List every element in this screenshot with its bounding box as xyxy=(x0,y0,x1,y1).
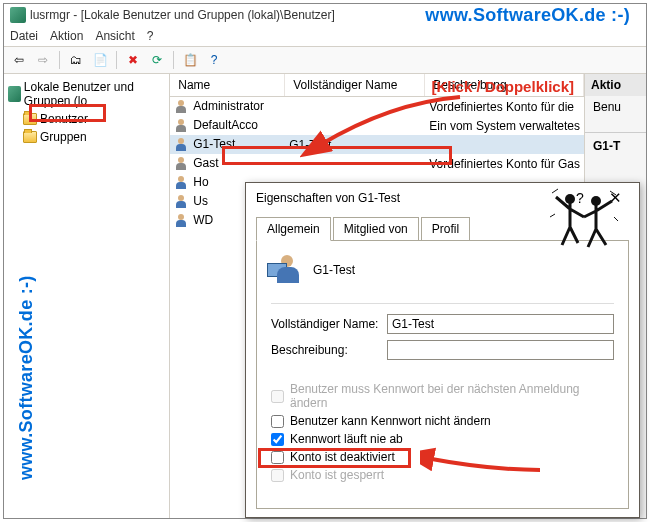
toolbar: ⇦ ⇨ 🗂 📄 ✖ ⟳ 📋 ? xyxy=(4,46,646,74)
cell-name: Us xyxy=(193,194,208,208)
cell-name: Gast xyxy=(193,156,218,170)
table-row[interactable]: GastVordefiniertes Konto für Gas xyxy=(170,154,584,173)
table-row[interactable]: AdministratorVordefiniertes Konto für di… xyxy=(170,97,584,116)
cell-desc: Vordefiniertes Konto für Gas xyxy=(425,157,584,171)
chk-deactivated-label: Konto ist deaktiviert xyxy=(290,450,395,464)
cell-desc: Vordefiniertes Konto für die xyxy=(425,100,584,114)
user-icon xyxy=(174,118,190,134)
chk-must-change xyxy=(271,390,284,403)
user-icon xyxy=(174,175,190,191)
svg-line-3 xyxy=(610,191,616,195)
delete-button[interactable]: ✖ xyxy=(122,49,144,71)
up-button[interactable]: 🗂 xyxy=(65,49,87,71)
menu-bar: Datei Aktion Ansicht ? xyxy=(4,26,646,46)
chk-cannot-change[interactable] xyxy=(271,415,284,428)
chk-cannot-change-row[interactable]: Benutzer kann Kennwort nicht ändern xyxy=(271,414,614,428)
desc-input[interactable] xyxy=(387,340,614,360)
chk-locked xyxy=(271,469,284,482)
watermark-side: www.SoftwareOK.de :-) xyxy=(16,275,37,480)
cell-desc: Ein vom System verwaltetes xyxy=(425,119,584,133)
cell-name: Administrator xyxy=(193,99,264,113)
tab-allgemein[interactable]: Allgemein xyxy=(256,217,331,241)
svg-point-0 xyxy=(565,194,575,204)
help-button[interactable]: ? xyxy=(203,49,225,71)
export-button[interactable]: 📋 xyxy=(179,49,201,71)
folder-icon xyxy=(23,131,37,143)
tree-root[interactable]: Lokale Benutzer und Gruppen (lo xyxy=(6,78,167,110)
tree-root-icon xyxy=(8,86,21,102)
cell-name: WD xyxy=(193,213,213,227)
menu-help[interactable]: ? xyxy=(147,29,154,43)
tree-label-benutzer: Benutzer xyxy=(40,112,88,126)
tree-root-label: Lokale Benutzer und Gruppen (lo xyxy=(24,80,165,108)
annotation-klick: [Klick / Doppelklick] xyxy=(431,78,574,95)
chk-deactivated[interactable] xyxy=(271,451,284,464)
menu-datei[interactable]: Datei xyxy=(10,29,38,43)
folder-icon xyxy=(23,113,37,125)
user-icon xyxy=(174,213,190,229)
dialog-username: G1-Test xyxy=(313,263,355,277)
cell-name: G1-Test xyxy=(193,137,235,151)
user-icon xyxy=(271,253,305,287)
user-icon xyxy=(174,194,190,210)
svg-line-4 xyxy=(550,214,555,217)
svg-line-2 xyxy=(552,189,558,193)
tree-item-gruppen[interactable]: Gruppen xyxy=(20,128,167,146)
watermark-top: www.SoftwareOK.de :-) xyxy=(425,5,630,26)
forward-button[interactable]: ⇨ xyxy=(32,49,54,71)
user-icon xyxy=(174,156,190,172)
refresh-button[interactable]: ⟳ xyxy=(146,49,168,71)
dancing-figures-icon xyxy=(548,187,620,259)
chk-locked-row: Konto ist gesperrt xyxy=(271,468,614,482)
actions-header: Aktio xyxy=(585,74,646,96)
tab-mitglied[interactable]: Mitglied von xyxy=(333,217,419,240)
col-full[interactable]: Vollständiger Name xyxy=(285,74,425,96)
menu-ansicht[interactable]: Ansicht xyxy=(95,29,134,43)
svg-point-1 xyxy=(591,196,601,206)
user-icon xyxy=(174,99,190,115)
chk-must-change-row: Benutzer muss Kennwort bei der nächsten … xyxy=(271,382,614,410)
table-row[interactable]: DefaultAccoEin vom System verwaltetes xyxy=(170,116,584,135)
chk-cannot-change-label: Benutzer kann Kennwort nicht ändern xyxy=(290,414,491,428)
cell-fullname: G1-Test xyxy=(285,138,425,152)
desc-label: Beschreibung: xyxy=(271,343,381,357)
action-item[interactable]: Benu xyxy=(585,96,646,118)
col-name[interactable]: Name xyxy=(170,74,285,96)
table-row[interactable]: G1-TestG1-Test xyxy=(170,135,584,154)
chk-deactivated-row[interactable]: Konto ist deaktiviert xyxy=(271,450,614,464)
tree-label-gruppen: Gruppen xyxy=(40,130,87,144)
window-title: lusrmgr - [Lokale Benutzer und Gruppen (… xyxy=(30,8,335,22)
cell-name: Ho xyxy=(193,175,208,189)
props-button[interactable]: 📄 xyxy=(89,49,111,71)
chk-never-expires-label: Kennwort läuft nie ab xyxy=(290,432,403,446)
user-icon xyxy=(174,137,190,153)
fullname-label: Vollständiger Name: xyxy=(271,317,381,331)
tree-item-benutzer[interactable]: Benutzer xyxy=(20,110,167,128)
dialog-title: Eigenschaften von G1-Test xyxy=(256,191,565,205)
app-icon xyxy=(10,7,26,23)
chk-never-expires[interactable] xyxy=(271,433,284,446)
chk-locked-label: Konto ist gesperrt xyxy=(290,468,384,482)
svg-line-5 xyxy=(614,217,618,221)
chk-must-change-label: Benutzer muss Kennwort bei der nächsten … xyxy=(290,382,614,410)
tab-content: G1-Test Vollständiger Name: Beschreibung… xyxy=(256,241,629,509)
cell-name: DefaultAcco xyxy=(193,118,258,132)
fullname-input[interactable] xyxy=(387,314,614,334)
tab-profil[interactable]: Profil xyxy=(421,217,470,240)
back-button[interactable]: ⇦ xyxy=(8,49,30,71)
chk-never-expires-row[interactable]: Kennwort läuft nie ab xyxy=(271,432,614,446)
action-item[interactable]: G1-T xyxy=(585,132,646,157)
menu-aktion[interactable]: Aktion xyxy=(50,29,83,43)
